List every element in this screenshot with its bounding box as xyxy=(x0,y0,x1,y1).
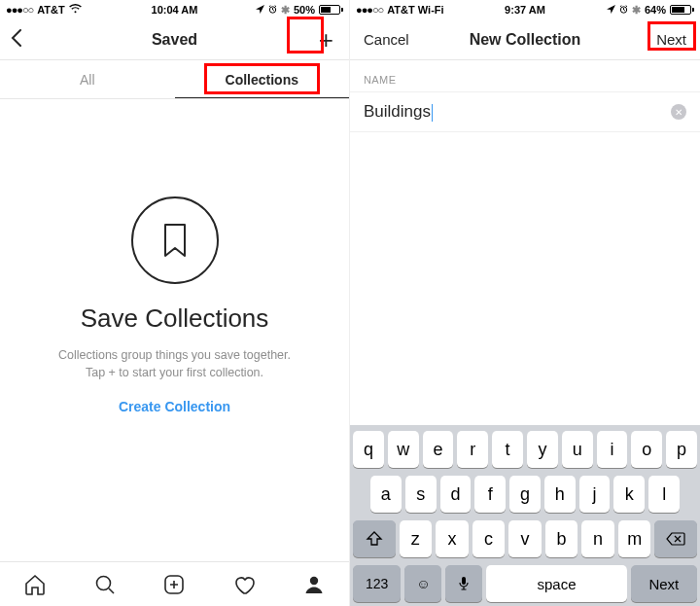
status-bar: ●●●○○ AT&T Wi-Fi 9:37 AM ✱ 64% xyxy=(350,0,700,19)
key-k[interactable]: k xyxy=(613,476,645,513)
signal-dots-icon: ●●●○○ xyxy=(356,4,383,16)
empty-body-line1: Collections group things you save togeth… xyxy=(58,348,291,362)
saved-tabs: All Collections xyxy=(0,60,349,99)
empty-body: Collections group things you save togeth… xyxy=(58,347,291,381)
key-j[interactable]: j xyxy=(579,476,611,513)
key-next[interactable]: Next xyxy=(631,565,697,602)
carrier-label: AT&T xyxy=(37,4,65,16)
phone-saved-collections: ●●●○○ AT&T 10:04 AM ✱ 50% xyxy=(0,0,350,606)
key-i[interactable]: i xyxy=(597,431,628,468)
key-n[interactable]: n xyxy=(581,520,614,557)
name-field-row[interactable]: Buildings ✕ xyxy=(350,91,700,132)
signal-dots-icon: ●●●○○ xyxy=(6,4,33,16)
key-y[interactable]: y xyxy=(527,431,558,468)
key-q[interactable]: q xyxy=(353,431,384,468)
tab-collections[interactable]: Collections xyxy=(175,60,350,98)
key-emoji[interactable]: ☺ xyxy=(404,565,441,602)
ios-keyboard: qwertyuiop asdfghjkl zxcvbnm 123 ☺ space… xyxy=(350,425,700,606)
key-t[interactable]: t xyxy=(492,431,523,468)
clock-label: 10:04 AM xyxy=(152,4,198,16)
empty-state: Save Collections Collections group thing… xyxy=(0,99,349,561)
key-shift[interactable] xyxy=(353,520,396,557)
clock-label: 9:37 AM xyxy=(505,4,545,16)
phone-new-collection: ●●●○○ AT&T Wi-Fi 9:37 AM ✱ 64% Cancel N xyxy=(350,0,700,606)
key-c[interactable]: c xyxy=(472,520,506,557)
key-z[interactable]: z xyxy=(400,520,433,557)
carrier-label: AT&T Wi-Fi xyxy=(387,4,443,16)
tab-home[interactable] xyxy=(0,573,70,596)
alarm-icon xyxy=(268,4,277,16)
empty-body-line2: Tap + to start your first collection. xyxy=(86,366,263,379)
clear-input-button[interactable]: ✕ xyxy=(671,104,686,120)
key-p[interactable]: p xyxy=(666,431,697,468)
key-u[interactable]: u xyxy=(562,431,593,468)
section-header-name: NAME xyxy=(350,60,700,91)
key-m[interactable]: m xyxy=(618,520,651,557)
alarm-icon xyxy=(619,4,628,16)
battery-pct-label: 50% xyxy=(294,4,315,16)
key-a[interactable]: a xyxy=(370,476,402,513)
nav-bar: Cancel New Collection Next xyxy=(350,19,700,60)
key-v[interactable]: v xyxy=(508,520,542,557)
key-g[interactable]: g xyxy=(509,476,541,513)
key-d[interactable]: d xyxy=(440,476,472,513)
empty-heading: Save Collections xyxy=(81,303,269,334)
key-l[interactable]: l xyxy=(648,476,680,513)
tab-collections-label: Collections xyxy=(226,72,298,88)
name-input-value: Buildings xyxy=(364,102,431,121)
svg-rect-5 xyxy=(462,577,466,585)
create-collection-button[interactable]: Create Collection xyxy=(119,399,230,414)
key-b[interactable]: b xyxy=(545,520,578,557)
svg-point-3 xyxy=(310,576,318,584)
nav-bar: Saved + xyxy=(0,19,349,60)
key-dictation[interactable] xyxy=(445,565,482,602)
key-s[interactable]: s xyxy=(405,476,437,513)
key-r[interactable]: r xyxy=(457,431,488,468)
bluetooth-icon: ✱ xyxy=(632,4,641,17)
key-x[interactable]: x xyxy=(436,520,469,557)
key-f[interactable]: f xyxy=(474,476,506,513)
tab-new-post[interactable] xyxy=(140,573,210,596)
tab-search[interactable] xyxy=(70,573,140,596)
next-button[interactable]: Next xyxy=(652,29,690,50)
key-o[interactable]: o xyxy=(631,431,662,468)
battery-pct-label: 64% xyxy=(645,4,666,16)
bookmark-circle-icon xyxy=(131,196,219,284)
key-h[interactable]: h xyxy=(544,476,576,513)
page-title: Saved xyxy=(152,31,197,49)
tab-all[interactable]: All xyxy=(0,60,175,98)
tab-profile[interactable] xyxy=(279,573,349,596)
key-w[interactable]: w xyxy=(388,431,419,468)
location-icon xyxy=(607,4,615,16)
bottom-tab-bar xyxy=(0,561,349,606)
bluetooth-icon: ✱ xyxy=(281,4,290,17)
wifi-icon xyxy=(69,4,82,16)
location-icon xyxy=(256,4,264,16)
key-space[interactable]: space xyxy=(486,565,626,602)
key-numbers[interactable]: 123 xyxy=(353,565,401,602)
key-e[interactable]: e xyxy=(423,431,454,468)
name-input[interactable]: Buildings xyxy=(364,102,671,122)
add-collection-button[interactable]: + xyxy=(293,27,339,53)
key-backspace[interactable] xyxy=(654,520,697,557)
battery-icon xyxy=(319,5,343,15)
svg-point-1 xyxy=(96,576,110,589)
status-bar: ●●●○○ AT&T 10:04 AM ✱ 50% xyxy=(0,0,349,19)
tab-activity[interactable] xyxy=(209,573,279,596)
cancel-button[interactable]: Cancel xyxy=(360,29,413,50)
back-button[interactable] xyxy=(10,29,56,51)
battery-icon xyxy=(670,5,694,15)
page-title: New Collection xyxy=(470,31,581,49)
